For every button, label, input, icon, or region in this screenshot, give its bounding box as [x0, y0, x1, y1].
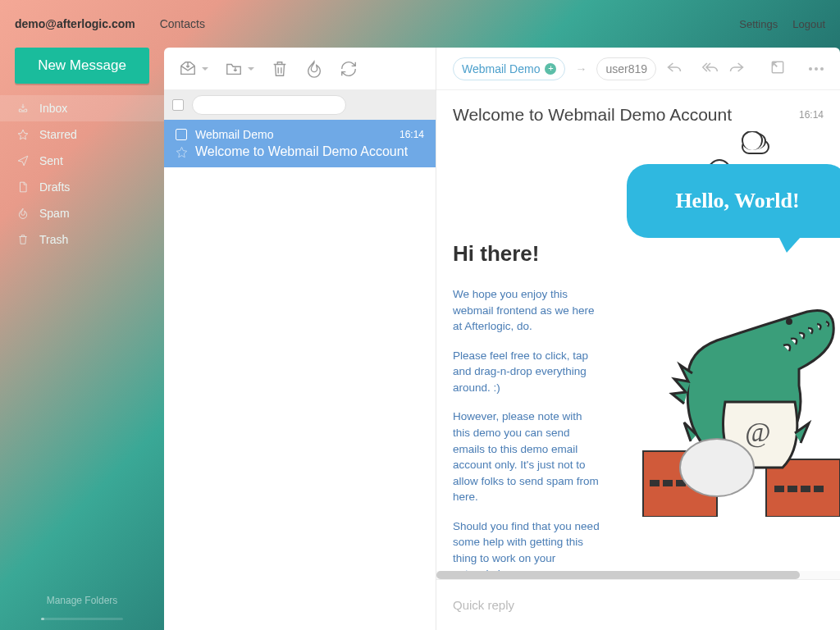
email-paragraph: We hope you enjoy this webmail frontend … — [453, 286, 600, 335]
chevron-down-icon — [248, 66, 254, 72]
trash-icon — [15, 234, 31, 245]
select-all-checkbox[interactable] — [172, 99, 184, 111]
check-mail-button[interactable] — [179, 60, 208, 78]
more-menu-button[interactable] — [809, 67, 824, 71]
forward-button[interactable] — [728, 59, 745, 79]
folder-label: Starred — [39, 128, 77, 141]
paper-plane-icon — [15, 155, 31, 167]
speech-bubble: Hello, World! — [627, 164, 840, 238]
message-checkbox[interactable] — [176, 129, 187, 140]
illustration: Hello, World! @ — [619, 131, 840, 517]
sender-pill[interactable]: Webmail Demo+ — [453, 57, 565, 80]
quota-bar — [41, 618, 123, 620]
settings-link[interactable]: Settings — [739, 18, 778, 30]
account-email[interactable]: demo@afterlogic.com — [15, 17, 135, 30]
refresh-button[interactable] — [340, 60, 358, 78]
message-list: Webmail Demo 16:14 Welcome to Webmail De… — [164, 120, 436, 630]
message-from: Webmail Demo — [195, 128, 399, 141]
email-body: Hello, World! @ Hi there! We hop — [436, 131, 840, 579]
svg-rect-9 — [774, 486, 784, 492]
chevron-down-icon — [202, 66, 208, 72]
svg-rect-10 — [788, 486, 797, 492]
svg-rect-12 — [814, 486, 824, 492]
folder-label: Trash — [39, 233, 68, 246]
file-icon — [15, 181, 31, 193]
topbar: demo@afterlogic.com Contacts Settings Lo… — [0, 0, 840, 48]
svg-rect-4 — [650, 480, 660, 486]
open-external-button[interactable] — [769, 59, 786, 79]
svg-point-14 — [786, 318, 792, 325]
cloud-icon — [742, 139, 769, 154]
svg-text:@: @ — [745, 417, 770, 448]
folder-trash[interactable]: Trash — [0, 226, 164, 253]
new-message-button[interactable]: New Message — [15, 48, 149, 84]
flame-icon — [15, 208, 31, 219]
folder-starred[interactable]: Starred — [0, 121, 164, 148]
folder-label: Spam — [39, 207, 70, 220]
dinosaur-illustration: @ — [635, 262, 840, 517]
contacts-link[interactable]: Contacts — [160, 17, 205, 30]
inbox-down-icon — [15, 103, 31, 114]
message-item[interactable]: Webmail Demo 16:14 Welcome to Webmail De… — [164, 120, 436, 167]
reading-pane: Webmail Demo+ → user819 Welcome to Webma… — [436, 48, 840, 630]
folder-inbox[interactable]: Inbox — [0, 95, 164, 121]
manage-folders-link[interactable]: Manage Folders — [0, 587, 164, 614]
star-icon — [15, 129, 31, 140]
email-paragraph: However, please note with this demo you … — [453, 409, 600, 504]
email-time: 16:14 — [799, 109, 824, 121]
folder-spam[interactable]: Spam — [0, 200, 164, 226]
move-to-folder-button[interactable] — [225, 60, 254, 78]
arrow-right-icon: → — [575, 62, 587, 75]
add-contact-icon[interactable]: + — [545, 63, 556, 75]
reader-toolbar: Webmail Demo+ → user819 — [436, 48, 840, 90]
search-row — [164, 90, 436, 120]
svg-rect-11 — [801, 486, 810, 492]
message-list-pane: Webmail Demo 16:14 Welcome to Webmail De… — [164, 48, 436, 630]
folder-list: Inbox Starred Sent Drafts Spam Trash — [0, 95, 164, 253]
quick-reply-input[interactable]: Quick reply — [436, 579, 840, 630]
message-subject: Welcome to Webmail Demo Account — [195, 144, 408, 159]
delete-button[interactable] — [271, 60, 289, 78]
folder-drafts[interactable]: Drafts — [0, 174, 164, 200]
folder-label: Inbox — [39, 102, 67, 115]
recipient-pill[interactable]: user819 — [596, 57, 656, 80]
email-subject: Welcome to Webmail Demo Account 16:14 — [436, 90, 840, 131]
logout-link[interactable]: Logout — [792, 18, 825, 30]
email-paragraph: Should you find that you need some help … — [453, 518, 600, 579]
star-icon[interactable] — [176, 146, 188, 158]
search-input[interactable] — [192, 95, 346, 115]
folder-label: Sent — [39, 154, 63, 167]
reply-button[interactable] — [666, 59, 682, 79]
folder-sent[interactable]: Sent — [0, 148, 164, 174]
message-time: 16:14 — [399, 129, 424, 140]
svg-rect-5 — [663, 480, 673, 486]
reply-all-button[interactable] — [702, 59, 719, 79]
mark-spam-button[interactable] — [305, 60, 323, 78]
horizontal-scrollbar[interactable] — [436, 571, 840, 579]
email-paragraph: Please feel free to click, tap and drag-… — [453, 348, 600, 396]
svg-point-15 — [680, 439, 754, 496]
list-toolbar — [164, 48, 436, 90]
sidebar: New Message Inbox Starred Sent Drafts Sp… — [0, 48, 164, 630]
folder-label: Drafts — [39, 180, 70, 194]
